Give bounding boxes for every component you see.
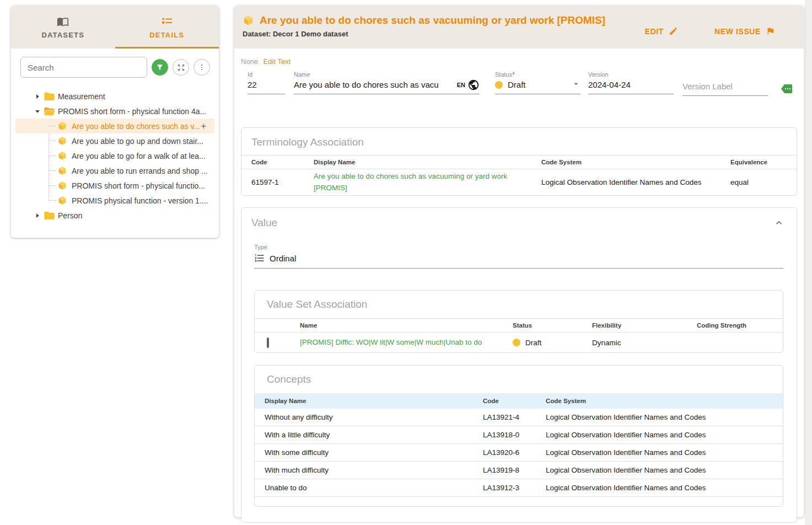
collapse-section-button[interactable] (773, 217, 784, 228)
tree-folder-label: Measurement (58, 92, 105, 101)
globe-icon (467, 79, 480, 91)
value-set-association-card: Value Set Association Name Status Flexib… (254, 290, 783, 353)
status-dot-icon (495, 81, 503, 89)
sidebar: DATASETS DETAILS (11, 6, 219, 238)
caret-right-icon[interactable] (31, 92, 44, 101)
book-icon (56, 15, 70, 28)
tree-item-label: Are you able to run errands and shop ... (72, 167, 208, 175)
plus-icon[interactable]: + (201, 121, 206, 131)
tab-details-label: DETAILS (149, 31, 184, 39)
status-select[interactable]: Draft (495, 79, 580, 94)
tree-connector (49, 141, 56, 141)
cell-code-system: Logical Observation Identifier Names and… (546, 484, 783, 492)
tree-connector (49, 200, 56, 201)
tree-connector (49, 126, 56, 126)
tree-folder-collapsed[interactable]: Person (15, 208, 214, 223)
tree-item[interactable]: Are you able to run errands and shop ... (15, 163, 214, 178)
tree-folder-label: PROMIS short form - physical function 4a… (58, 107, 206, 116)
label-tag-button[interactable] (780, 83, 793, 94)
version-label-input[interactable]: Version Label (682, 81, 768, 96)
tree-item[interactable]: Are you able to do chores such as v...+ (15, 119, 214, 133)
dataset-tree: MeasurementPROMIS short form - physical … (11, 78, 219, 231)
tree-folder-expanded[interactable]: PROMIS short form - physical function 4a… (15, 104, 214, 119)
cell-code-system: Logical Observation Identifier Names and… (546, 431, 783, 439)
version-input[interactable]: 2024-04-24 (588, 79, 674, 94)
new-issue-button[interactable]: NEW ISSUE (714, 26, 775, 36)
open-folder-icon (44, 106, 58, 116)
table-row: Unable to doLA13912-3Logical Observation… (255, 479, 783, 497)
caret-down-icon[interactable] (31, 107, 44, 116)
concepts-rows: Without any difficultyLA13921-4Logical O… (255, 409, 783, 497)
name-field: Name Are you able to do chores such as v… (294, 71, 480, 94)
edit-button[interactable]: EDIT (645, 26, 678, 36)
status-field: Status* Draft (495, 71, 580, 94)
type-value: Ordinal (270, 254, 296, 263)
tree-item[interactable]: PROMIS short form - physical functio... (15, 178, 214, 193)
table-row: [PROMIS] Diffic: WO|W lit|W some|W much|… (255, 333, 783, 352)
status-dot-icon (513, 339, 520, 346)
search-input[interactable] (20, 57, 147, 78)
tree-folder-collapsed[interactable]: Measurement (15, 89, 214, 104)
id-field: Id 22 (248, 71, 285, 94)
cell-code-system: Logical Observation Identifier Names and… (546, 413, 783, 421)
page-title: Are you able to do chores such as vacuum… (260, 14, 605, 26)
id-label: Id (248, 71, 285, 78)
fields-row: Id 22 Name Are you able to do chores suc… (241, 71, 797, 111)
cube-icon (57, 121, 72, 131)
cell-name-link[interactable]: [PROMIS] Diffic: WO|W lit|W some|W much|… (300, 337, 513, 349)
tree-item[interactable]: Are you able to go for a walk of at lea.… (15, 148, 214, 163)
edit-text-link[interactable]: Edit Text (264, 57, 291, 66)
tree-item[interactable]: PROMIS physical function - version 1.... (15, 193, 214, 208)
required-asterisk: * (512, 71, 514, 78)
status-text: Draft (525, 339, 541, 347)
value-card: Value Type Ordinal (241, 207, 797, 523)
type-field[interactable]: Type Ordinal (254, 244, 783, 269)
concepts-header-row: Display Name Code Code System (255, 393, 783, 409)
cell-display-name-link[interactable]: Are you able to do chores such as vacuum… (314, 171, 541, 194)
expand-all-button[interactable] (173, 59, 189, 76)
value-title: Value (251, 217, 277, 229)
cube-icon (57, 136, 72, 146)
tree-children: Are you able to do chores such as v...+A… (15, 119, 214, 208)
main-panel: Are you able to do chores such as vacuum… (234, 6, 804, 517)
table-row: With a little difficultyLA13918-0Logical… (255, 426, 783, 444)
value-set-header-row: Name Status Flexibility Coding Strength (255, 318, 783, 333)
cell-code-system: Logical Observation Identifier Names and… (546, 466, 783, 474)
tab-datasets[interactable]: DATASETS (11, 6, 115, 49)
caret-right-icon[interactable] (31, 211, 44, 220)
page-scrollbar[interactable] (805, 0, 812, 525)
version-label: Version (588, 71, 674, 78)
more-options-button[interactable] (193, 59, 210, 76)
cell-display-name: Unable to do (265, 484, 483, 492)
cell-display-name: With much difficulty (265, 466, 483, 474)
name-input[interactable]: Are you able to do chores such as vacu E… (294, 79, 480, 94)
tab-details[interactable]: DETAILS (115, 6, 219, 49)
tree-item-label: Are you able to do chores such as v... (72, 122, 200, 131)
cell-display-name: With a little difficulty (265, 431, 483, 439)
terminology-header-row: Code Display Name Code System Equivalenc… (241, 155, 797, 169)
checkbox[interactable] (267, 338, 269, 348)
cell-code: 61597-1 (251, 178, 314, 186)
folder-icon (44, 211, 58, 220)
chevron-up-icon (773, 217, 784, 228)
language-selector[interactable]: EN (457, 79, 480, 91)
tree-item[interactable]: Are you able to go up and down stair... (15, 133, 214, 148)
concepts-title: Concepts (255, 366, 783, 393)
cube-icon (57, 151, 72, 161)
tree-item-label: Are you able to go up and down stair... (72, 137, 203, 146)
cell-display-name: Without any difficulty (265, 413, 483, 421)
cell-code: LA13912-3 (483, 484, 546, 492)
terminology-title: Terminology Association (241, 128, 797, 155)
checkbox-cell (267, 339, 300, 347)
cell-equivalence: equal (730, 178, 797, 186)
pencil-icon (669, 26, 678, 36)
cell-flexibility: Dynamic (592, 339, 697, 347)
tree-connector (49, 185, 56, 186)
tree-item-label: Are you able to go for a walk of at lea.… (72, 152, 206, 160)
none-label: None (241, 57, 258, 66)
terminology-rows: 61597-1Are you able to do chores such as… (241, 169, 797, 195)
cell-code-system: Logical Observation Identifier Names and… (541, 178, 730, 186)
tree-item-label: PROMIS short form - physical functio... (72, 181, 205, 190)
id-value[interactable]: 22 (248, 79, 285, 94)
filter-button[interactable] (152, 59, 168, 76)
